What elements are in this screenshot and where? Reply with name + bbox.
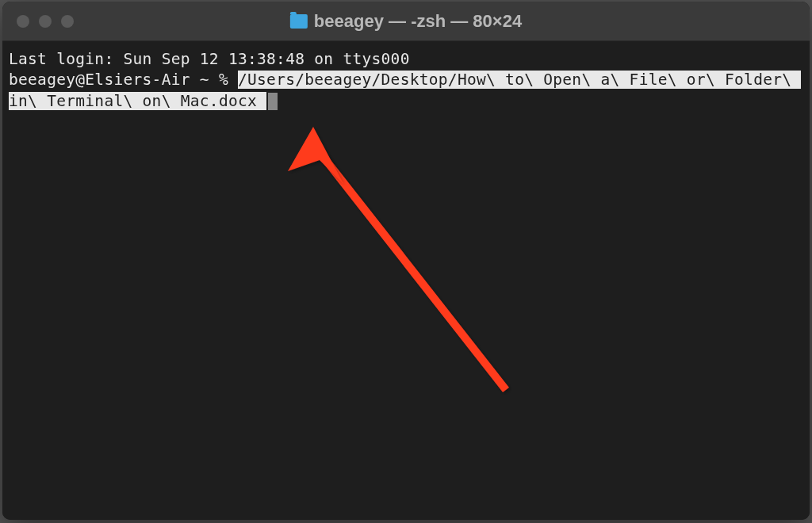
titlebar[interactable]: beeagey — -zsh — 80×24: [2, 2, 810, 41]
minimize-button[interactable]: [39, 15, 52, 28]
terminal-body[interactable]: Last login: Sun Sep 12 13:38:48 on ttys0…: [2, 41, 810, 520]
cursor: [268, 93, 278, 110]
traffic-lights: [2, 15, 74, 28]
svg-marker-1: [288, 127, 343, 184]
terminal-window: beeagey — -zsh — 80×24 Last login: Sun S…: [2, 2, 810, 520]
svg-line-0: [320, 152, 506, 390]
window-title: beeagey — -zsh — 80×24: [314, 11, 522, 32]
close-button[interactable]: [17, 15, 29, 28]
folder-icon: [290, 14, 308, 29]
last-login-line: Last login: Sun Sep 12 13:38:48 on ttys0…: [9, 49, 803, 70]
annotation-arrow: [264, 113, 581, 398]
title-center: beeagey — -zsh — 80×24: [290, 11, 522, 32]
maximize-button[interactable]: [61, 15, 74, 28]
command-line: beeagey@Elsiers-Air ~ % /Users/beeagey/D…: [9, 70, 803, 112]
prompt: beeagey@Elsiers-Air ~ %: [9, 71, 238, 89]
